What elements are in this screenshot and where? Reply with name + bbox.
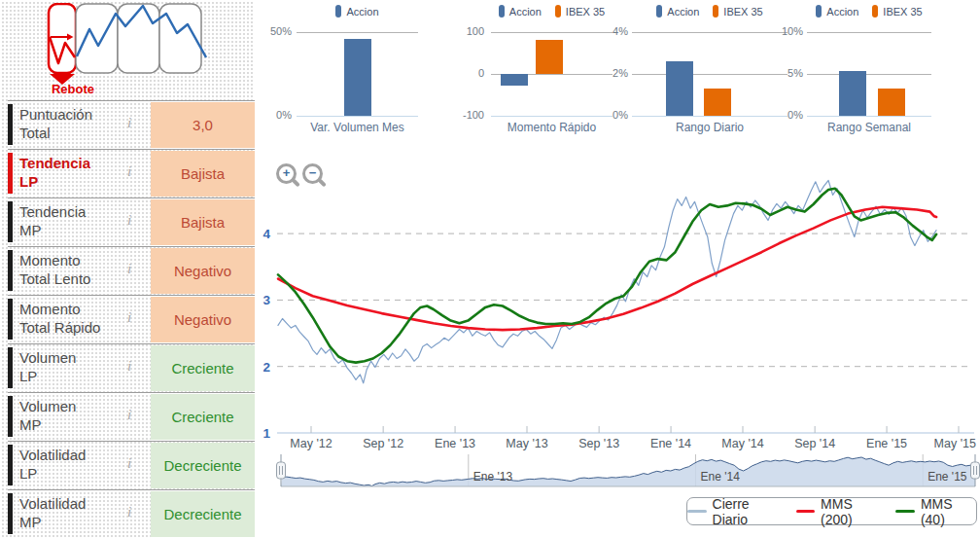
row-label: VolumenMP xyxy=(19,397,124,434)
info-icon[interactable]: i xyxy=(127,212,131,229)
y-axis-label: 3 xyxy=(262,293,270,307)
mms-200-path xyxy=(278,207,936,330)
score-row-puntuación: PuntuaciónTotali3,0 xyxy=(0,100,255,149)
bar-accion[interactable] xyxy=(839,71,866,116)
mini-chart-title: Rango Diario xyxy=(632,121,788,134)
legend-label: Cierre Diario xyxy=(713,496,784,527)
score-row-volumen: VolumenLPiCreciente xyxy=(0,343,255,392)
pattern-card-rebote[interactable] xyxy=(49,4,76,73)
legend-item-accion[interactable]: Accion xyxy=(335,5,378,18)
info-icon[interactable]: i xyxy=(127,455,131,472)
grid-line xyxy=(297,116,418,117)
legend-item-accion[interactable]: Accion xyxy=(656,5,699,18)
series-marker-icon xyxy=(872,5,878,18)
legend-item-ibex-35[interactable]: IBEX 35 xyxy=(713,5,762,18)
row-divider xyxy=(8,489,255,490)
mini-chart-var-volumen-mes: Accion50%0%Var. Volumen Mes xyxy=(255,0,442,144)
row-label-line2: LP xyxy=(19,367,124,385)
pattern-card-alcista[interactable] xyxy=(76,4,118,73)
info-icon[interactable]: i xyxy=(127,504,131,520)
x-axis-label: May '15 xyxy=(934,437,976,450)
row-accent-bar xyxy=(8,153,13,194)
legend-item-mms-40[interactable]: MMS (40) xyxy=(895,496,976,527)
bar-accion[interactable] xyxy=(501,74,528,86)
legend-label: Accion xyxy=(509,6,542,18)
info-icon[interactable]: i xyxy=(127,163,131,180)
series-marker-icon xyxy=(713,5,718,18)
legend-label: Accion xyxy=(346,6,378,18)
row-label-line1: Puntuación xyxy=(19,105,124,124)
row-divider xyxy=(8,343,255,344)
y-axis-label: 4 xyxy=(262,227,270,241)
mini-chart-legend: AccionIBEX 35 xyxy=(632,5,788,18)
navigator-handle-left[interactable] xyxy=(277,462,286,479)
row-divider xyxy=(8,441,255,442)
row-divider xyxy=(8,246,255,247)
score-row-tendencia: TendenciaMPiBajista xyxy=(0,197,255,246)
row-accent-bar xyxy=(8,201,13,242)
row-label-line2: LP xyxy=(19,172,124,191)
info-icon[interactable]: i xyxy=(127,309,131,326)
y-axis-label: 100 xyxy=(442,25,484,37)
mini-chart-rango-semanal: AccionIBEX 3510%5%0%Rango Semanal xyxy=(773,0,980,144)
bar-accion[interactable] xyxy=(344,39,371,116)
legend-item-accion[interactable]: Accion xyxy=(816,5,858,18)
mms-40-line-icon xyxy=(895,510,915,513)
bar-ibex-35[interactable] xyxy=(878,89,905,116)
series-marker-icon xyxy=(335,5,341,18)
bar-ibex-35[interactable] xyxy=(536,40,563,74)
legend-item-ibex-35[interactable]: IBEX 35 xyxy=(872,5,922,18)
row-label-line2: LP xyxy=(19,464,124,483)
row-label-line1: Volatilidad xyxy=(19,494,124,513)
row-label-line1: Volumen xyxy=(19,348,124,367)
score-row-volatilidad: VolatilidadMPiDecreciente xyxy=(0,489,255,538)
pattern-card-lateral[interactable] xyxy=(118,4,159,73)
y-axis-label: -100 xyxy=(442,109,484,121)
row-label-line2: MP xyxy=(19,221,124,239)
info-icon[interactable]: i xyxy=(127,358,131,375)
navigator-label: Ene '14 xyxy=(701,470,741,484)
navigator-area[interactable] xyxy=(281,457,975,486)
legend-label: IBEX 35 xyxy=(723,6,762,18)
row-divider xyxy=(8,197,255,198)
row-label-line1: Tendencia xyxy=(19,154,124,172)
legend-item-accion[interactable]: Accion xyxy=(499,5,542,18)
pattern-selector xyxy=(41,3,218,92)
info-icon[interactable]: i xyxy=(127,407,131,423)
mini-chart-title: Rango Semanal xyxy=(807,121,931,134)
info-icon[interactable]: i xyxy=(127,115,131,131)
row-accent-bar xyxy=(8,396,13,437)
row-label-line2: Total Lento xyxy=(19,269,124,288)
x-axis-label: Ene '13 xyxy=(435,437,475,450)
navigator-handle-right[interactable] xyxy=(971,462,980,479)
grid-line xyxy=(491,116,612,117)
navigator-label: Ene '13 xyxy=(473,470,513,484)
selected-pattern-label: Rebote xyxy=(39,82,107,96)
x-axis-label: May '14 xyxy=(721,437,763,450)
row-accent-bar xyxy=(8,493,13,534)
mini-chart-title: Var. Volumen Mes xyxy=(297,121,418,134)
y-axis-label: 0% xyxy=(598,109,628,121)
info-icon[interactable]: i xyxy=(127,261,131,277)
y-axis-label: 2 xyxy=(262,360,270,375)
legend-item-mms-200[interactable]: MMS (200) xyxy=(796,496,884,527)
y-axis-label: 10% xyxy=(773,25,803,37)
series-marker-icon xyxy=(816,5,822,18)
legend-item-cierre-diario[interactable]: Cierre Diario xyxy=(687,496,784,527)
row-divider xyxy=(8,295,255,296)
bar-accion[interactable] xyxy=(666,61,693,116)
row-divider xyxy=(8,149,255,150)
bar-ibex-35[interactable] xyxy=(704,89,731,116)
row-divider xyxy=(8,100,255,101)
row-value-badge: Negativo xyxy=(151,297,255,342)
row-label-line1: Volatilidad xyxy=(19,446,124,464)
score-row-momento: MomentoTotal LentoiNegativo xyxy=(0,246,255,295)
row-value-badge: Decreciente xyxy=(151,443,255,488)
row-divider xyxy=(8,392,255,393)
legend-label: IBEX 35 xyxy=(883,6,922,18)
row-value-badge: Decreciente xyxy=(151,491,255,537)
mms-40-path xyxy=(278,189,936,363)
grid-line xyxy=(807,74,931,75)
grid-line xyxy=(807,116,931,117)
row-value-badge: Bajista xyxy=(151,151,255,197)
